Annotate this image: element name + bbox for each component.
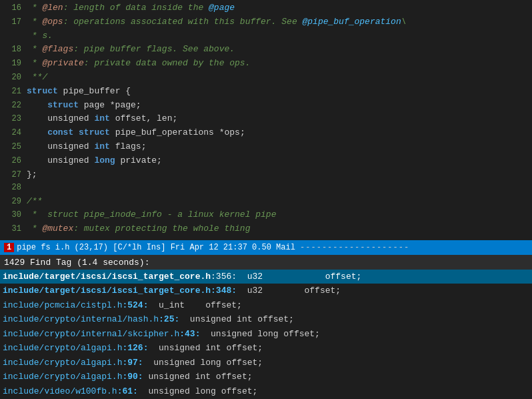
result-line[interactable]: include/pcmcia/cistpl.h:524: u_int offse… — [0, 298, 532, 312]
result-line[interactable]: include/crypto/internal/hash.h:25: unsig… — [0, 312, 532, 326]
result-line[interactable]: include/target/iscsi/iscsi_target_core.h… — [0, 284, 532, 298]
line-number: 26 — [3, 155, 21, 167]
code-line: 23 unsigned int offset, len; — [0, 112, 532, 126]
editor-area: 16 * @len: length of data inside the @pa… — [0, 0, 532, 240]
line-number: 17 — [3, 16, 21, 29]
line-number: 21 — [3, 85, 21, 98]
line-content: * @private: private data owned by the op… — [27, 57, 529, 71]
result-line[interactable]: include/crypto/algapi.h:97: unsigned lon… — [0, 356, 532, 370]
line-content: unsigned int flags; — [27, 140, 529, 154]
find-bar: 1429 Find Tag (1.4 seconds): — [0, 255, 532, 270]
line-content: unsigned long private; — [27, 154, 529, 168]
line-content: * struct pipe_inode_info - a linux kerne… — [27, 208, 529, 222]
code-line: 29/** — [0, 195, 532, 209]
results-area: include/target/iscsi/iscsi_target_core.h… — [0, 270, 532, 398]
line-content: * @mutex: mutex protecting the whole thi… — [27, 222, 529, 236]
code-line: 17 * @ops: operations associated with th… — [0, 15, 532, 29]
line-number: 29 — [3, 195, 21, 208]
line-content: /** — [27, 195, 529, 209]
code-line: 18 * @flags: pipe buffer flags. See abov… — [0, 43, 532, 57]
result-line[interactable]: include/crypto/algapi.h:90: unsigned int… — [0, 370, 532, 384]
line-number: 24 — [3, 127, 21, 139]
line-content: * @len: length of data inside the @page — [27, 1, 529, 15]
line-number: 23 — [3, 113, 21, 125]
line-content: unsigned int offset, len; — [27, 112, 529, 126]
code-line: 25 unsigned int flags; — [0, 140, 532, 154]
result-line[interactable]: include/target/iscsi/iscsi_target_core.h… — [0, 270, 532, 284]
code-line: 27}; — [0, 168, 532, 182]
result-line[interactable]: include/crypto/internal/skcipher.h:43: u… — [0, 327, 532, 341]
line-content: }; — [27, 168, 529, 182]
code-line: 30 * struct pipe_inode_info - a linux ke… — [0, 208, 532, 222]
status-text: pipe fs i.h (23,17) [C/*lh Ins] Fri Apr … — [17, 243, 528, 252]
line-number: 28 — [3, 181, 21, 194]
result-line[interactable]: include/crypto/algapi.h:126: unsigned in… — [0, 341, 532, 355]
line-number: 27 — [3, 169, 21, 181]
code-line: 31 * @mutex: mutex protecting the whole … — [0, 222, 532, 236]
line-number: 30 — [3, 209, 21, 222]
code-line: 22 struct page *page; — [0, 99, 532, 113]
line-content: * s. — [27, 29, 529, 43]
pipe-indicator: 1 — [4, 243, 14, 252]
line-number: 16 — [3, 2, 21, 15]
line-content: * @ops: operations associated with this … — [27, 15, 529, 29]
code-line: 26 unsigned long private; — [0, 154, 532, 168]
line-number: 18 — [3, 43, 21, 56]
line-content: **/ — [27, 71, 529, 85]
code-line: * s. — [0, 29, 532, 43]
line-content: struct pipe_buffer { — [27, 85, 529, 99]
line-content: * @flags: pipe buffer flags. See above. — [27, 43, 529, 57]
line-number: 31 — [3, 223, 21, 236]
code-line: 24 const struct pipe_buf_operations *ops… — [0, 126, 532, 140]
code-line: 28 — [0, 181, 532, 194]
line-number: 20 — [3, 71, 21, 84]
result-line[interactable]: include/video/w100fb.h:61: unsigned long… — [0, 384, 532, 398]
code-line: 21struct pipe_buffer { — [0, 85, 532, 99]
line-number: 25 — [3, 141, 21, 153]
code-line: 19 * @private: private data owned by the… — [0, 57, 532, 71]
line-content: struct page *page; — [27, 99, 529, 113]
line-number: 19 — [3, 57, 21, 70]
find-label: 1429 Find Tag (1.4 seconds): — [4, 258, 149, 268]
line-number: 22 — [3, 99, 21, 112]
line-content: const struct pipe_buf_operations *ops; — [27, 126, 529, 140]
code-line: 20 **/ — [0, 71, 532, 85]
status-bar: 1 pipe fs i.h (23,17) [C/*lh Ins] Fri Ap… — [0, 240, 532, 255]
code-line: 16 * @len: length of data inside the @pa… — [0, 1, 532, 15]
